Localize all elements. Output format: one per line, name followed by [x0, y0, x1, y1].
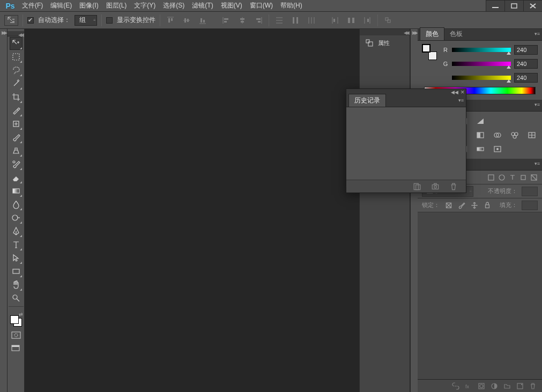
minimize-button[interactable] [486, 0, 505, 11]
distribute-hcenter-button[interactable] [345, 14, 357, 26]
new-fill-icon[interactable] [491, 382, 498, 390]
link-layers-icon[interactable] [452, 382, 459, 390]
tool-panel-header[interactable]: ◀◀ [8, 31, 24, 36]
blur-tool[interactable] [10, 198, 23, 211]
collapsed-dock-header[interactable]: ◀◀ [360, 29, 410, 35]
tab-color[interactable]: 颜色 [420, 27, 444, 40]
zoom-tool[interactable] [10, 292, 23, 305]
layer-list[interactable] [418, 212, 542, 379]
r-slider[interactable] [452, 47, 511, 53]
collapse-icon[interactable]: ◀◀ [451, 90, 458, 95]
align-hcenter-button[interactable] [236, 14, 248, 26]
panel-menu-icon[interactable]: ▾≡ [534, 31, 540, 36]
channel-mixer-icon[interactable] [510, 131, 519, 139]
menu-window[interactable]: 窗口(W) [246, 0, 277, 12]
filter-smart-icon[interactable] [530, 173, 538, 182]
photo-filter-icon[interactable] [493, 131, 502, 139]
auto-select-dropdown[interactable]: 组÷ [75, 15, 97, 26]
type-tool[interactable] [10, 238, 23, 251]
exposure-icon[interactable] [476, 117, 485, 125]
new-layer-icon[interactable] [516, 382, 524, 390]
close-icon[interactable]: ✕ [461, 90, 465, 95]
properties-panel-icon[interactable]: 属性 [360, 35, 410, 50]
menu-edit[interactable]: 编辑(E) [47, 0, 76, 12]
bw-icon[interactable] [476, 131, 485, 139]
panel-menu-icon[interactable]: ▾≡ [458, 98, 464, 103]
filter-adjust-icon[interactable] [498, 173, 506, 182]
align-top-edges-button[interactable] [165, 14, 176, 26]
show-transform-checkbox[interactable] [106, 17, 113, 24]
hand-tool[interactable] [10, 278, 23, 291]
tab-history[interactable]: 历史记录 [348, 94, 386, 107]
menu-type[interactable]: 文字(Y) [130, 0, 159, 12]
auto-select-checkbox[interactable] [27, 17, 34, 24]
crop-tool[interactable] [10, 91, 23, 103]
delete-layer-icon[interactable] [529, 382, 537, 390]
align-vcenter-button[interactable] [181, 14, 192, 26]
menu-layer[interactable]: 图层(L) [102, 0, 131, 12]
rect-marquee-tool[interactable] [10, 50, 23, 63]
filter-pixel-icon[interactable] [487, 173, 495, 182]
lock-pixels-icon[interactable] [444, 201, 454, 210]
filter-shape-icon[interactable] [519, 173, 527, 182]
move-tool[interactable] [10, 37, 23, 50]
delete-state-icon[interactable] [449, 182, 458, 191]
panel-menu-icon[interactable]: ▾≡ [534, 161, 540, 166]
r-value[interactable] [514, 45, 538, 55]
3d-mode-button[interactable] [382, 14, 394, 26]
snapshot-icon[interactable] [430, 182, 440, 191]
screen-mode-button[interactable] [9, 343, 23, 353]
tool-preset-button[interactable] [4, 15, 18, 26]
right-dock-strip[interactable]: ▶▶ [410, 29, 418, 392]
layer-fx-icon[interactable]: fx [465, 382, 472, 390]
dodge-tool[interactable] [10, 211, 23, 224]
path-select-tool[interactable] [10, 252, 23, 264]
align-left-edges-button[interactable] [220, 14, 232, 26]
selective-color-icon[interactable] [493, 145, 502, 153]
align-bottom-edges-button[interactable] [197, 14, 209, 26]
tab-swatches[interactable]: 色板 [444, 28, 468, 40]
gradient-map-icon[interactable] [476, 145, 485, 153]
history-list[interactable] [346, 107, 466, 180]
distribute-right-button[interactable] [361, 14, 373, 26]
pen-tool[interactable] [10, 225, 23, 238]
maximize-button[interactable] [504, 0, 524, 11]
color-fgbg-swatch[interactable] [422, 44, 437, 60]
add-mask-icon[interactable] [478, 382, 485, 390]
menu-filter[interactable]: 滤镜(T) [188, 0, 217, 12]
distribute-left-button[interactable] [329, 14, 341, 26]
close-button[interactable] [523, 0, 542, 11]
lasso-tool[interactable] [10, 64, 23, 77]
filter-type-icon[interactable] [509, 173, 516, 182]
history-brush-tool[interactable] [10, 158, 23, 171]
magic-wand-tool[interactable] [10, 77, 23, 90]
document-area[interactable] [25, 29, 360, 392]
left-dock-strip[interactable]: ▶▶ [0, 29, 8, 392]
eyedropper-tool[interactable] [10, 104, 23, 117]
history-panel[interactable]: ◀◀ ✕ 历史记录 ▾≡ [346, 88, 466, 193]
lock-paint-icon[interactable] [457, 201, 466, 210]
foreground-background-swatch[interactable]: ⇄ [9, 312, 23, 328]
panel-menu-icon[interactable]: ▾≡ [534, 102, 540, 107]
menu-select[interactable]: 选择(S) [159, 0, 188, 12]
lock-all-icon[interactable] [482, 201, 492, 210]
foreground-color[interactable] [10, 315, 19, 324]
healing-brush-tool[interactable] [10, 117, 23, 130]
new-group-icon[interactable] [503, 382, 511, 390]
g-slider[interactable] [452, 61, 511, 66]
b-value[interactable] [514, 73, 538, 83]
swap-colors-icon[interactable]: ⇄ [19, 312, 23, 317]
g-value[interactable] [514, 59, 538, 69]
lock-position-icon[interactable] [470, 201, 479, 210]
distribute-top-button[interactable] [273, 14, 285, 26]
menu-help[interactable]: 帮助(H) [277, 0, 306, 12]
rectangle-tool[interactable] [10, 265, 23, 278]
fill-input[interactable] [522, 201, 538, 210]
brush-tool[interactable] [10, 131, 23, 144]
menu-image[interactable]: 图像(I) [76, 0, 102, 12]
align-right-edges-button[interactable] [253, 14, 264, 26]
create-doc-from-state-icon[interactable] [412, 182, 422, 191]
menu-view[interactable]: 视图(V) [217, 0, 246, 12]
menu-file[interactable]: 文件(F) [18, 0, 47, 12]
opacity-input[interactable] [522, 187, 538, 196]
